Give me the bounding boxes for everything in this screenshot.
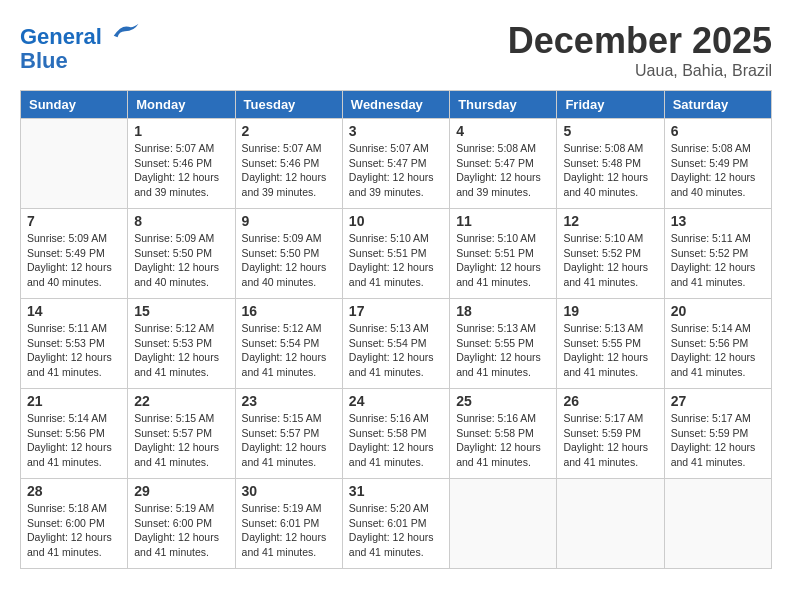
day-number: 12 [563,213,657,229]
day-number: 10 [349,213,443,229]
day-cell: 14 Sunrise: 5:11 AM Sunset: 5:53 PM Dayl… [21,299,128,389]
logo-text: General [20,20,140,49]
day-info: Sunrise: 5:12 AM Sunset: 5:54 PM Dayligh… [242,321,336,380]
day-cell [664,479,771,569]
day-cell: 19 Sunrise: 5:13 AM Sunset: 5:55 PM Dayl… [557,299,664,389]
day-number: 19 [563,303,657,319]
day-info: Sunrise: 5:14 AM Sunset: 5:56 PM Dayligh… [671,321,765,380]
logo-bird-icon [110,20,140,44]
location: Uaua, Bahia, Brazil [508,62,772,80]
weekday-header-saturday: Saturday [664,91,771,119]
day-cell: 26 Sunrise: 5:17 AM Sunset: 5:59 PM Dayl… [557,389,664,479]
day-cell: 2 Sunrise: 5:07 AM Sunset: 5:46 PM Dayli… [235,119,342,209]
day-number: 17 [349,303,443,319]
month-title: December 2025 [508,20,772,62]
day-cell [557,479,664,569]
day-cell: 17 Sunrise: 5:13 AM Sunset: 5:54 PM Dayl… [342,299,449,389]
day-info: Sunrise: 5:16 AM Sunset: 5:58 PM Dayligh… [456,411,550,470]
day-info: Sunrise: 5:08 AM Sunset: 5:48 PM Dayligh… [563,141,657,200]
weekday-header-sunday: Sunday [21,91,128,119]
day-number: 8 [134,213,228,229]
day-number: 24 [349,393,443,409]
day-info: Sunrise: 5:18 AM Sunset: 6:00 PM Dayligh… [27,501,121,560]
day-info: Sunrise: 5:10 AM Sunset: 5:51 PM Dayligh… [456,231,550,290]
day-number: 29 [134,483,228,499]
day-cell: 6 Sunrise: 5:08 AM Sunset: 5:49 PM Dayli… [664,119,771,209]
day-cell: 22 Sunrise: 5:15 AM Sunset: 5:57 PM Dayl… [128,389,235,479]
day-number: 22 [134,393,228,409]
day-info: Sunrise: 5:16 AM Sunset: 5:58 PM Dayligh… [349,411,443,470]
day-number: 13 [671,213,765,229]
week-row-3: 21 Sunrise: 5:14 AM Sunset: 5:56 PM Dayl… [21,389,772,479]
day-cell: 4 Sunrise: 5:08 AM Sunset: 5:47 PM Dayli… [450,119,557,209]
day-number: 25 [456,393,550,409]
calendar-table: SundayMondayTuesdayWednesdayThursdayFrid… [20,90,772,569]
day-cell: 23 Sunrise: 5:15 AM Sunset: 5:57 PM Dayl… [235,389,342,479]
day-number: 9 [242,213,336,229]
day-cell: 1 Sunrise: 5:07 AM Sunset: 5:46 PM Dayli… [128,119,235,209]
day-number: 11 [456,213,550,229]
day-cell: 9 Sunrise: 5:09 AM Sunset: 5:50 PM Dayli… [235,209,342,299]
day-cell: 29 Sunrise: 5:19 AM Sunset: 6:00 PM Dayl… [128,479,235,569]
week-row-1: 7 Sunrise: 5:09 AM Sunset: 5:49 PM Dayli… [21,209,772,299]
day-info: Sunrise: 5:15 AM Sunset: 5:57 PM Dayligh… [134,411,228,470]
day-info: Sunrise: 5:09 AM Sunset: 5:50 PM Dayligh… [242,231,336,290]
day-cell: 27 Sunrise: 5:17 AM Sunset: 5:59 PM Dayl… [664,389,771,479]
day-info: Sunrise: 5:13 AM Sunset: 5:55 PM Dayligh… [456,321,550,380]
logo: General Blue [20,20,140,73]
day-cell: 31 Sunrise: 5:20 AM Sunset: 6:01 PM Dayl… [342,479,449,569]
day-cell: 25 Sunrise: 5:16 AM Sunset: 5:58 PM Dayl… [450,389,557,479]
day-cell: 18 Sunrise: 5:13 AM Sunset: 5:55 PM Dayl… [450,299,557,389]
day-info: Sunrise: 5:14 AM Sunset: 5:56 PM Dayligh… [27,411,121,470]
week-row-4: 28 Sunrise: 5:18 AM Sunset: 6:00 PM Dayl… [21,479,772,569]
day-info: Sunrise: 5:08 AM Sunset: 5:49 PM Dayligh… [671,141,765,200]
day-number: 21 [27,393,121,409]
day-number: 5 [563,123,657,139]
day-number: 28 [27,483,121,499]
day-cell: 13 Sunrise: 5:11 AM Sunset: 5:52 PM Dayl… [664,209,771,299]
day-cell: 21 Sunrise: 5:14 AM Sunset: 5:56 PM Dayl… [21,389,128,479]
day-number: 31 [349,483,443,499]
day-info: Sunrise: 5:20 AM Sunset: 6:01 PM Dayligh… [349,501,443,560]
day-info: Sunrise: 5:12 AM Sunset: 5:53 PM Dayligh… [134,321,228,380]
day-cell: 20 Sunrise: 5:14 AM Sunset: 5:56 PM Dayl… [664,299,771,389]
day-cell: 8 Sunrise: 5:09 AM Sunset: 5:50 PM Dayli… [128,209,235,299]
day-cell: 28 Sunrise: 5:18 AM Sunset: 6:00 PM Dayl… [21,479,128,569]
weekday-header-row: SundayMondayTuesdayWednesdayThursdayFrid… [21,91,772,119]
day-number: 16 [242,303,336,319]
day-number: 6 [671,123,765,139]
day-info: Sunrise: 5:08 AM Sunset: 5:47 PM Dayligh… [456,141,550,200]
day-number: 14 [27,303,121,319]
day-cell [21,119,128,209]
day-number: 3 [349,123,443,139]
day-cell [450,479,557,569]
day-cell: 30 Sunrise: 5:19 AM Sunset: 6:01 PM Dayl… [235,479,342,569]
day-number: 15 [134,303,228,319]
day-cell: 11 Sunrise: 5:10 AM Sunset: 5:51 PM Dayl… [450,209,557,299]
day-number: 23 [242,393,336,409]
page-header: General Blue December 2025 Uaua, Bahia, … [20,20,772,80]
day-info: Sunrise: 5:09 AM Sunset: 5:49 PM Dayligh… [27,231,121,290]
day-number: 18 [456,303,550,319]
day-number: 2 [242,123,336,139]
weekday-header-wednesday: Wednesday [342,91,449,119]
day-info: Sunrise: 5:10 AM Sunset: 5:52 PM Dayligh… [563,231,657,290]
day-info: Sunrise: 5:15 AM Sunset: 5:57 PM Dayligh… [242,411,336,470]
day-number: 26 [563,393,657,409]
day-cell: 16 Sunrise: 5:12 AM Sunset: 5:54 PM Dayl… [235,299,342,389]
week-row-0: 1 Sunrise: 5:07 AM Sunset: 5:46 PM Dayli… [21,119,772,209]
logo-general: General [20,24,102,49]
day-cell: 24 Sunrise: 5:16 AM Sunset: 5:58 PM Dayl… [342,389,449,479]
day-number: 7 [27,213,121,229]
day-number: 4 [456,123,550,139]
day-info: Sunrise: 5:07 AM Sunset: 5:47 PM Dayligh… [349,141,443,200]
weekday-header-tuesday: Tuesday [235,91,342,119]
day-info: Sunrise: 5:13 AM Sunset: 5:55 PM Dayligh… [563,321,657,380]
day-info: Sunrise: 5:19 AM Sunset: 6:01 PM Dayligh… [242,501,336,560]
day-info: Sunrise: 5:10 AM Sunset: 5:51 PM Dayligh… [349,231,443,290]
day-number: 30 [242,483,336,499]
day-info: Sunrise: 5:09 AM Sunset: 5:50 PM Dayligh… [134,231,228,290]
day-cell: 5 Sunrise: 5:08 AM Sunset: 5:48 PM Dayli… [557,119,664,209]
week-row-2: 14 Sunrise: 5:11 AM Sunset: 5:53 PM Dayl… [21,299,772,389]
day-info: Sunrise: 5:19 AM Sunset: 6:00 PM Dayligh… [134,501,228,560]
